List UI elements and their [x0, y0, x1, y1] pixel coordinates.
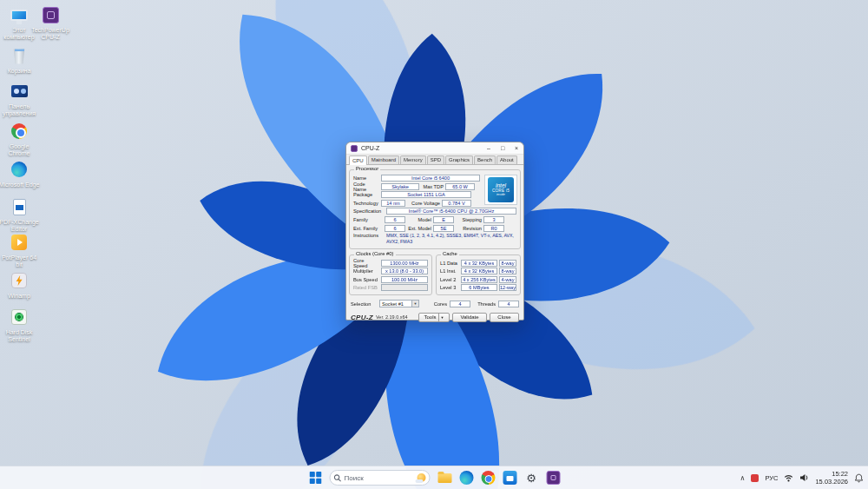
cores-value: 4 — [450, 301, 470, 307]
desktop-icon-label: PotPlayer 64 bit — [0, 254, 40, 269]
ext-family-label: Ext. Family — [353, 226, 383, 231]
desktop-icon-chrome[interactable]: Google Chrome — [0, 121, 41, 158]
language-indicator[interactable]: РУС — [765, 474, 778, 482]
tab-bench[interactable]: Bench — [474, 155, 496, 164]
close-button-label: Close — [497, 314, 510, 320]
weather-icon[interactable] — [418, 473, 426, 482]
l1-inst-ways: 8-way — [499, 268, 516, 274]
maximize-button[interactable]: □ — [496, 142, 510, 154]
socket-select[interactable]: Socket #1 ▼ — [379, 300, 419, 307]
validate-button[interactable]: Validate — [452, 313, 487, 322]
technology-label: Technology — [353, 201, 379, 206]
instructions-label: Instructions — [353, 233, 385, 238]
ext-family-value: 6 — [385, 225, 405, 232]
close-icon[interactable]: × — [510, 142, 523, 154]
tray-app-icon[interactable] — [751, 474, 759, 482]
cpuz-icon — [40, 4, 61, 25]
core-voltage-value: 0.784 V — [442, 200, 471, 207]
socket-select-value: Socket #1 — [382, 301, 404, 307]
clock-time: 15:22 — [815, 470, 848, 478]
selection-row: Selection Socket #1 ▼ Cores 4 Threads 4 — [351, 300, 519, 308]
computer-icon — [9, 4, 30, 25]
processor-group-label: Processor — [354, 167, 380, 172]
desktop-icon-pdf-editor[interactable]: PDF-XChange Editor — [0, 196, 41, 234]
volume-icon[interactable] — [799, 473, 809, 482]
taskbar: Поиск ⚙ ∧ РУС — [0, 466, 868, 489]
window-title: CPU-Z — [361, 145, 482, 151]
technology-value: 14 nm — [381, 200, 405, 207]
wifi-icon[interactable] — [784, 473, 793, 482]
edge-button[interactable] — [459, 471, 474, 486]
l3-ways: 12-way — [499, 284, 516, 291]
tab-mainboard[interactable]: Mainboard — [368, 155, 399, 164]
model-label: Model — [407, 217, 431, 222]
model-value: E — [433, 216, 454, 223]
cpuz-titlebar[interactable]: CPU-Z – □ × — [346, 142, 523, 155]
threads-label: Threads — [473, 301, 496, 307]
close-button[interactable]: Close — [490, 313, 519, 322]
minimize-button[interactable]: – — [482, 142, 496, 154]
settings-button[interactable]: ⚙ — [524, 471, 539, 486]
desktop-icon-recycle-bin[interactable]: Корзина — [0, 45, 41, 75]
stepping-label: Stepping — [456, 217, 482, 222]
cpuz-tab-bar: CPU Mainboard Memory SPD Graphics Bench … — [346, 155, 523, 165]
cache-group: Cache L1 Data 4 x 32 KBytes 8-way L1 Ins… — [436, 254, 521, 295]
package-label: Package — [353, 192, 379, 197]
winamp-icon — [9, 270, 30, 291]
l1-data-size: 4 x 32 KBytes — [461, 260, 497, 267]
threads-value: 4 — [498, 301, 519, 307]
tray-expand-chevron-icon[interactable]: ∧ — [740, 474, 746, 482]
l3-label: Level 3 — [440, 285, 459, 290]
desktop-icon-label: Winamp — [8, 293, 30, 300]
desktop: Этот компьютер TechPowerUp CPU-Z Корзина… — [0, 0, 868, 489]
search-icon — [334, 474, 342, 482]
name-label: Name — [353, 175, 379, 181]
validate-button-label: Validate — [460, 314, 478, 320]
desktop-icon-cpuz[interactable]: TechPowerUp CPU-Z — [29, 4, 72, 42]
desktop-icon-control-panel[interactable]: Панель управления — [0, 81, 41, 118]
cores-label: Cores — [430, 301, 447, 307]
edge-icon — [459, 471, 473, 485]
clock[interactable]: 15:22 15.03.2026 — [815, 470, 848, 486]
tab-memory[interactable]: Memory — [400, 155, 426, 164]
hd-sentinel-icon — [9, 307, 30, 327]
stepping-value: 3 — [483, 216, 504, 223]
desktop-icon-edge[interactable]: Microsoft Edge — [0, 159, 41, 188]
desktop-icon-winamp[interactable]: Winamp — [0, 270, 41, 300]
processor-group: Processor intel CORE i5 inside Name Inte… — [349, 169, 521, 249]
cpuz-app-icon — [351, 145, 358, 152]
chrome-button[interactable] — [481, 471, 496, 486]
cpuz-window: CPU-Z – □ × CPU Mainboard Memory SPD Gra… — [345, 142, 524, 320]
tab-about[interactable]: About — [496, 155, 517, 164]
cache-group-label: Cache — [441, 252, 459, 257]
desktop-icon-label: Google Chrome — [0, 143, 40, 158]
notification-bell-icon[interactable] — [854, 473, 864, 483]
cpuz-taskbar-button[interactable] — [546, 471, 561, 486]
l1-inst-size: 4 x 32 KBytes — [461, 268, 497, 274]
l1-data-label: L1 Data — [440, 261, 459, 266]
tools-button-label: Tools — [424, 314, 437, 320]
badge-line2: inside — [496, 193, 505, 196]
version-text: Ver. 2.19.0.x64 — [376, 314, 408, 320]
edge-icon — [9, 159, 30, 180]
tab-graphics[interactable]: Graphics — [445, 155, 473, 164]
file-explorer-button[interactable] — [437, 471, 452, 486]
tab-cpu[interactable]: CPU — [349, 155, 367, 165]
core-voltage-label: Core Voltage — [407, 201, 440, 206]
tools-button[interactable]: Tools ▼ — [418, 313, 450, 322]
name-value: Intel Core i5 6400 — [381, 175, 480, 182]
gear-icon: ⚙ — [526, 472, 536, 484]
ext-model-label: Ext. Model — [407, 226, 431, 231]
store-button[interactable] — [503, 471, 517, 486]
family-value: 6 — [385, 216, 405, 223]
tab-spd[interactable]: SPD — [427, 155, 444, 164]
package-value: Socket 1151 LGA — [381, 191, 471, 198]
start-button[interactable] — [308, 471, 323, 486]
desktop-icon-potplayer[interactable]: PotPlayer 64 bit — [0, 232, 41, 269]
desktop-icon-label: Hard Disk Sentinel — [0, 329, 40, 344]
control-panel-icon — [9, 81, 30, 102]
l1-inst-label: L1 Inst. — [440, 268, 459, 274]
desktop-icon-hd-sentinel[interactable]: Hard Disk Sentinel — [0, 307, 41, 344]
search-input[interactable]: Поиск — [330, 470, 431, 486]
desktop-icon-label: TechPowerUp CPU-Z — [30, 27, 71, 42]
